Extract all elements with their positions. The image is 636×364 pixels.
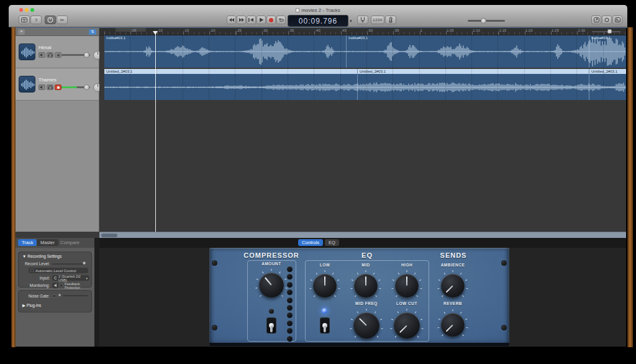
record-enable-button[interactable] [55,84,61,90]
feedback-protection-checkbox[interactable]: Feedback Protection [60,283,89,288]
track-lane-himal[interactable]: Indika#03.1Indika#03.1Indika#03.1 [99,35,626,68]
mid-knob[interactable] [354,274,378,298]
track-row-himal[interactable]: Himal [16,36,99,68]
checkbox-icon [30,269,34,272]
record-button[interactable] [266,16,276,24]
noise-gate-thumb[interactable] [58,294,61,296]
eq-power-switch[interactable] [320,317,330,334]
fast-forward-button[interactable] [237,16,246,24]
metronome-button[interactable] [385,16,396,24]
quick-help-button[interactable]: ? [30,16,42,24]
media-browser-button[interactable] [612,16,622,24]
tuner-button[interactable] [357,16,368,24]
editors-button[interactable]: ✂ [57,16,68,24]
master-volume-thumb[interactable] [481,18,486,24]
audio-region[interactable]: Untitled_2#03.1 [589,69,626,100]
audio-region[interactable]: Indika#03.1 [346,35,589,68]
tab-eq[interactable]: EQ [325,239,339,246]
play-button[interactable] [257,16,266,24]
audio-region[interactable]: Untitled_2#03.1 [104,69,357,100]
cycle-button[interactable] [276,16,286,24]
monitoring-button[interactable] [52,283,58,288]
rewind-button[interactable] [227,16,236,24]
zoom-slider[interactable] [592,29,620,34]
mid-freq-knob[interactable] [353,312,379,339]
mute-button[interactable] [39,52,45,58]
tracks-area[interactable]: Indika#03.1Indika#03.1Indika#03.1 Untitl… [99,35,626,232]
playhead[interactable] [155,31,156,232]
compressor-led [269,309,274,314]
record-level-thumb[interactable] [83,262,86,265]
input-select[interactable]: 2 (Scarlett 2i2 USB)▾ [52,275,89,281]
horizontal-scrollbar-thumb[interactable] [101,234,117,237]
tab-master[interactable]: Master [37,239,58,246]
knob-tick [462,334,464,336]
region-header [358,69,589,74]
ambience-knob[interactable] [441,274,465,298]
ruler-tick-label: :10 [158,29,163,32]
meter-led [287,282,293,288]
sends-section-title: SENDS [416,252,491,259]
solo-button[interactable] [47,52,53,58]
region-header [104,69,357,74]
noise-gate-slider[interactable] [63,295,88,296]
amount-knob[interactable] [259,273,284,298]
lcd-chevron-down-icon[interactable]: ▾ [350,19,352,24]
high-knob[interactable] [395,274,419,298]
automatic-level-control-checkbox[interactable]: Automatic Level Control [29,268,88,273]
audio-region[interactable]: Indika#03.1 [104,35,346,68]
knob-tick [442,295,443,297]
track-volume-thumb[interactable] [84,84,89,90]
library-button[interactable] [19,16,30,24]
tab-compare[interactable]: Compare [57,239,83,246]
count-in-button[interactable]: 1234 [371,16,384,24]
quick-help-icon: ? [35,17,37,23]
compressor-switch[interactable] [266,317,276,334]
knob-pointer [359,318,367,326]
go-to-beginning-button[interactable] [247,16,256,24]
external-display-icon [594,17,599,22]
zoom-slider-thumb[interactable] [607,29,612,34]
garageband-window: movies 2 - Tracks ? ✂ 00:09.796 [0,0,636,364]
external-display-button[interactable] [591,16,601,24]
knob-tick [325,270,325,272]
document-icon [296,8,299,12]
region-name: Untitled_2#03.1 [591,70,617,73]
region-name: Indika#03.1 [348,36,368,40]
media-browser-icon [615,17,620,22]
window-title: movies 2 - Tracks [9,7,627,13]
horizontal-scrollbar[interactable] [99,232,626,238]
master-volume-slider[interactable] [468,20,505,22]
knob-tick [437,327,439,329]
lcd-display[interactable]: 00:09.796 [288,15,348,27]
track-header-config-icon[interactable]: ⇅ [89,29,96,35]
recording-settings-header[interactable]: ▼ Recording Settings [22,254,61,258]
record-enable-button[interactable] [55,52,61,58]
low-cut-knob[interactable] [394,312,420,339]
solo-button[interactable] [47,84,53,90]
audio-region[interactable]: Untitled_2#03.1 [357,69,589,100]
add-track-button[interactable]: + [18,29,25,35]
monitoring-label: Monitoring: [19,283,50,288]
track-header-panel: + ⇅ HimalThames [16,28,99,232]
time-ruler[interactable]: :05:10:15:20:25:30:35:40:45:50:5511:051:… [99,28,626,35]
record-level-slider[interactable] [52,263,84,265]
tab-controls[interactable]: Controls [298,239,323,246]
track-row-thames[interactable]: Thames [16,68,99,101]
smart-controls-button[interactable] [45,16,56,24]
ruler-tick-label: :25 [237,29,242,32]
low-knob[interactable] [313,274,337,298]
mute-button[interactable] [39,84,45,90]
playhead-marker[interactable] [153,31,158,35]
track-lane-thames[interactable]: Untitled_2#03.1Untitled_2#03.1Untitled_2… [99,69,626,100]
loop-browser-button[interactable] [602,16,612,24]
noise-gate-checkbox[interactable] [53,294,56,298]
ambience-label: AMBIENCE [428,263,478,267]
audio-region[interactable]: Indika#03.1 [589,35,626,68]
track-volume-thumb[interactable] [84,52,89,58]
tab-track[interactable]: Track [18,239,37,246]
input-label: Input: [19,276,50,280]
reverb-knob[interactable] [441,313,465,337]
plugins-header[interactable]: ▶ Plug-ins [22,303,41,308]
region-name: Untitled_2#03.1 [360,70,386,73]
